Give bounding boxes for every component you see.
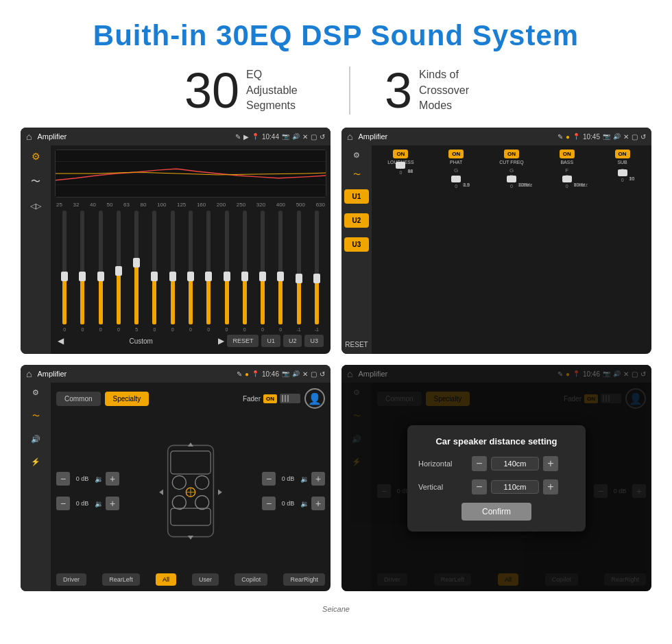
db-minus-br[interactable]: − [262,497,276,510]
amp-spk-icon3[interactable]: 🔊 [31,435,40,444]
pin-icon3: 📍 [252,370,259,377]
stat-crossover-number: 3 [385,66,412,115]
back-icon[interactable]: ↺ [320,133,325,141]
horizontal-minus[interactable]: − [472,456,487,471]
screen-dialog: ⌂ Amplifier ✎ ● 📍 10:46 📷 🔊 ✕ ▢ ↺ ⚙ 〜 🔊 … [341,365,651,591]
vertical-label: Vertical [418,483,466,491]
user-btn3[interactable]: User [192,573,219,586]
db-plus-br[interactable]: + [311,497,325,510]
vertical-minus[interactable]: − [472,479,487,494]
u3-button[interactable]: U3 [304,335,324,347]
eq-slider-12[interactable]: 0 [254,211,271,332]
loudness-on-badge[interactable]: ON [393,150,408,158]
db-row-bl: − 0 dB 🔉 + [56,497,119,510]
vol-icon3[interactable]: 🔊 [292,370,300,377]
back-icon3[interactable]: ↺ [320,370,325,378]
home-icon3[interactable]: ⌂ [26,368,32,379]
dialog-title: Car speaker distance setting [418,436,575,446]
eq-slider-3[interactable]: 0 [93,211,109,332]
crossover-wave-icon[interactable]: 〜 [353,169,361,180]
horizontal-control: − + [472,456,575,471]
prev-icon[interactable]: ◀ [58,336,64,346]
u1-side-button[interactable]: U1 [344,189,369,204]
cam-icon3[interactable]: 📷 [282,370,289,377]
eq-settings-icon[interactable]: ⚙ [32,151,40,162]
db-plus-tl[interactable]: + [106,472,119,486]
vol-icon2[interactable]: 🔊 [613,133,621,140]
home-icon2[interactable]: ⌂ [347,131,352,142]
x-icon3[interactable]: ✕ [302,370,308,378]
eq-custom-label: Custom [67,337,215,345]
vol-icon[interactable]: 🔊 [292,133,300,140]
cam-icon[interactable]: 📷 [282,133,289,140]
eq-slider-1[interactable]: 0 [56,211,73,332]
common-tab3[interactable]: Common [56,392,101,406]
eq-slider-9[interactable]: 0 [200,211,217,332]
copilot-btn3[interactable]: Copilot [235,573,267,586]
x-icon[interactable]: ✕ [302,133,308,141]
sq-icon[interactable]: ▢ [311,133,317,141]
sq-icon2[interactable]: ▢ [632,133,638,141]
eq-slider-11[interactable]: 0 [237,211,253,332]
eq-slider-7[interactable]: 0 [165,211,181,332]
vertical-plus[interactable]: + [543,479,558,494]
sub-on-badge[interactable]: ON [615,150,630,158]
vertical-input[interactable] [491,480,539,494]
home-icon[interactable]: ⌂ [26,131,32,142]
all-btn3[interactable]: All [156,573,176,586]
cutfreq-on-badge[interactable]: ON [504,150,519,158]
speaker-icon-bl: 🔉 [95,500,103,508]
eq-slider-13[interactable]: 0 [272,211,289,332]
eq-sidebar: ⚙ 〜 ◁▷ [21,145,51,354]
eq-slider-5[interactable]: 5 [128,211,145,332]
horizontal-input[interactable] [491,457,539,470]
amp-bt-icon3[interactable]: ⚡ [31,457,40,466]
reset-side-label[interactable]: RESET [345,341,368,348]
u3-side-button[interactable]: U3 [344,237,369,252]
play-icon[interactable]: ▶ [243,133,249,141]
specialty-tab3[interactable]: Specialty [105,392,149,406]
phat-on-badge[interactable]: ON [448,150,464,158]
eq-slider-14[interactable]: -1 [290,211,307,332]
amp-main3: Common Specialty Fader ON 👤 [51,383,331,591]
rearleft-btn3[interactable]: RearLeft [102,573,140,586]
next-icon[interactable]: ▶ [218,336,224,346]
x-icon2[interactable]: ✕ [623,133,629,141]
u2-button[interactable]: U2 [283,335,302,347]
eq-slider-4[interactable]: 0 [110,211,127,332]
db-val-tr: 0 dB [278,475,298,482]
fader-on-badge3[interactable]: ON [263,394,277,403]
eq-slider-8[interactable]: 0 [182,211,199,332]
confirm-button[interactable]: Confirm [461,503,531,521]
db-plus-tr[interactable]: + [311,472,325,486]
svg-marker-17 [218,490,222,495]
phat-label: PHAT [450,160,462,165]
sq-icon3[interactable]: ▢ [311,370,317,378]
eq-slider-6[interactable]: 0 [146,211,163,332]
db-minus-tr[interactable]: − [262,472,276,486]
edit-icon: ✎ [235,133,241,141]
db-val-tl: 0 dB [73,475,92,482]
eq-wave-icon[interactable]: 〜 [31,176,40,188]
eq-slider-15[interactable]: -1 [309,211,325,332]
driver-btn3[interactable]: Driver [56,573,86,586]
horizontal-plus[interactable]: + [543,456,558,471]
db-minus-tl[interactable]: − [56,472,70,486]
crossover-eq-icon[interactable]: ⚙ [353,151,360,160]
bass-on-badge[interactable]: ON [560,150,575,158]
db-plus-bl[interactable]: + [106,497,119,510]
u1-button[interactable]: U1 [261,335,280,347]
eq-vol-icon[interactable]: ◁▷ [30,202,41,211]
amp-eq-icon3[interactable]: ⚙ [32,388,39,397]
amp-user-icon3[interactable]: 👤 [304,388,325,409]
u2-side-button[interactable]: U2 [344,213,369,228]
rearright-btn3[interactable]: RearRight [283,573,325,586]
eq-slider-2[interactable]: 0 [74,211,91,332]
amp-wave-icon3[interactable]: 〜 [32,411,40,421]
cam-icon2[interactable]: 📷 [603,133,610,140]
eq-slider-10[interactable]: 0 [218,211,235,332]
reset-button[interactable]: RESET [227,335,259,347]
db-minus-bl[interactable]: − [56,497,70,510]
back-icon2[interactable]: ↺ [640,133,646,141]
horizontal-label: Horizontal [418,460,466,468]
